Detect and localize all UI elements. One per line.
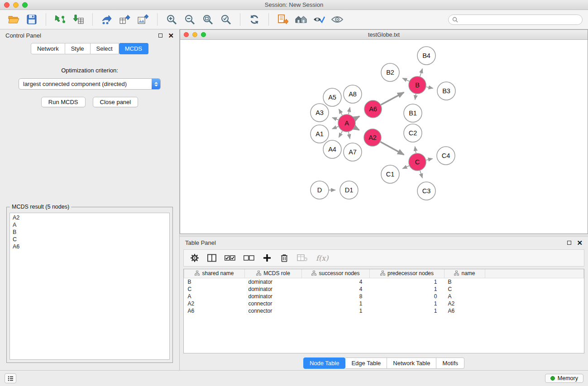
mcds-result-item[interactable]: B xyxy=(13,229,167,236)
float-panel-icon[interactable] xyxy=(158,33,163,38)
mcds-result-list[interactable]: A2ABCA6 xyxy=(10,213,170,360)
network-node-C[interactable]: C xyxy=(409,153,426,171)
table-row[interactable]: Bdominator41B xyxy=(184,278,584,286)
float-table-panel-icon[interactable] xyxy=(567,241,571,245)
save-session-button[interactable] xyxy=(24,12,40,27)
tab-network-table[interactable]: Network Table xyxy=(387,357,436,369)
apply-layout-button[interactable] xyxy=(246,12,263,27)
zoom-in-button[interactable] xyxy=(163,12,180,27)
network-edge-C-C4[interactable] xyxy=(426,159,433,160)
network-edge-C-C1[interactable] xyxy=(402,166,409,168)
network-node-B3[interactable]: B3 xyxy=(437,82,455,100)
network-node-A7[interactable]: A7 xyxy=(344,143,362,161)
network-edge-C-C2[interactable] xyxy=(415,147,416,153)
table-settings-button[interactable] xyxy=(190,252,199,264)
tab-select[interactable]: Select xyxy=(91,43,119,54)
table-row[interactable]: A6connector11A6 xyxy=(184,307,584,315)
home-button[interactable] xyxy=(293,12,309,27)
add-column-button[interactable] xyxy=(263,252,272,264)
network-node-A5[interactable]: A5 xyxy=(323,88,341,106)
table-row[interactable]: A2connector11A2 xyxy=(184,300,584,307)
network-edge-B-B2[interactable] xyxy=(402,78,409,81)
network-edge-A-A8[interactable] xyxy=(349,107,350,114)
network-canvas[interactable]: B4B2BB3A5A8A6B1A3AC2A1A2A4A7C4CC1C3DD1 xyxy=(180,40,588,234)
close-panel-icon[interactable]: ✕ xyxy=(168,32,174,39)
tab-mcds[interactable]: MCDS xyxy=(119,43,148,54)
network-edge-B-B4[interactable] xyxy=(420,69,422,76)
node-table[interactable]: shared nameMCDS rolesuccessor nodesprede… xyxy=(183,269,584,353)
network-node-A4[interactable]: A4 xyxy=(323,140,341,158)
network-edge-A-A3[interactable] xyxy=(332,118,338,120)
mcds-result-item[interactable]: A xyxy=(13,221,167,229)
network-edge-A-A2[interactable] xyxy=(354,128,359,130)
network-edge-A-A1[interactable] xyxy=(332,126,339,129)
open-session-button[interactable] xyxy=(5,12,22,27)
network-edge-A-A7[interactable] xyxy=(349,132,350,139)
tab-node-table[interactable]: Node Table xyxy=(303,357,346,369)
show-columns-button[interactable] xyxy=(207,252,216,264)
export-image-button[interactable] xyxy=(135,12,151,27)
network-close-button[interactable] xyxy=(184,32,189,37)
search-input[interactable] xyxy=(460,16,578,23)
network-edge-A-A5[interactable] xyxy=(339,109,343,115)
tab-style[interactable]: Style xyxy=(65,43,91,54)
search-box[interactable] xyxy=(448,14,583,25)
network-node-C2[interactable]: C2 xyxy=(404,124,422,142)
column-header-predecessor-nodes[interactable]: predecessor nodes xyxy=(370,269,445,278)
network-node-D[interactable]: D xyxy=(311,181,329,199)
network-node-A6[interactable]: A6 xyxy=(364,100,382,118)
zoom-window-button[interactable] xyxy=(22,2,28,8)
column-header-name[interactable]: name xyxy=(445,269,485,278)
network-node-B4[interactable]: B4 xyxy=(417,47,435,65)
network-edge-A2-C[interactable] xyxy=(381,142,404,155)
network-node-B[interactable]: B xyxy=(409,76,426,94)
select-all-button[interactable] xyxy=(225,252,235,264)
table-row[interactable]: Adominator80A xyxy=(184,293,584,300)
network-node-A8[interactable]: A8 xyxy=(344,85,362,103)
export-table-button[interactable] xyxy=(117,12,133,27)
column-header-successor-nodes[interactable]: successor nodes xyxy=(302,269,370,278)
delete-column-button[interactable] xyxy=(280,252,289,264)
memory-button[interactable]: Memory xyxy=(545,374,583,383)
network-node-A1[interactable]: A1 xyxy=(311,125,329,143)
network-window-titlebar[interactable]: testGlobe.txt xyxy=(180,30,588,40)
zoom-selected-button[interactable] xyxy=(218,12,234,27)
network-edge-A-A6[interactable] xyxy=(355,116,359,119)
network-edge-A-A4[interactable] xyxy=(339,131,342,138)
mcds-result-item[interactable]: C xyxy=(13,236,167,243)
run-mcds-button[interactable]: Run MCDS xyxy=(41,97,86,107)
close-table-panel-icon[interactable]: ✕ xyxy=(577,239,583,246)
close-panel-button[interactable]: Close panel xyxy=(93,97,139,107)
network-node-A2[interactable]: A2 xyxy=(364,129,381,146)
network-zoom-button[interactable] xyxy=(201,32,206,37)
network-node-C4[interactable]: C4 xyxy=(437,147,455,165)
network-minimize-button[interactable] xyxy=(192,32,197,37)
optimization-criterion-select[interactable]: largest connected component (directed) xyxy=(19,78,161,90)
zoom-out-button[interactable] xyxy=(182,12,198,27)
show-hide-view-button[interactable] xyxy=(329,12,345,27)
network-node-B1[interactable]: B1 xyxy=(404,104,422,122)
tab-motifs[interactable]: Motifs xyxy=(436,357,464,369)
network-node-D1[interactable]: D1 xyxy=(340,181,358,199)
column-header-mcds-role[interactable]: MCDS role xyxy=(245,269,302,278)
export-network-button[interactable] xyxy=(99,12,115,27)
network-node-A[interactable]: A xyxy=(338,114,355,132)
mcds-result-item[interactable]: A2 xyxy=(13,214,167,221)
minimize-window-button[interactable] xyxy=(13,2,19,8)
zoom-fit-button[interactable] xyxy=(200,12,216,27)
network-node-B2[interactable]: B2 xyxy=(381,63,399,81)
network-node-C3[interactable]: C3 xyxy=(417,182,435,200)
import-table-button[interactable] xyxy=(70,12,86,27)
mcds-result-item[interactable]: A6 xyxy=(13,243,167,250)
graphics-details-button[interactable] xyxy=(311,12,327,27)
network-edge-B-B3[interactable] xyxy=(426,87,433,88)
table-row[interactable]: Cdominator41C xyxy=(184,286,584,293)
network-edge-C-C3[interactable] xyxy=(420,171,422,178)
first-neighbors-button[interactable] xyxy=(275,12,291,27)
network-edge-A6-B[interactable] xyxy=(381,92,404,105)
column-header-shared-name[interactable]: shared name xyxy=(184,269,245,278)
network-node-C1[interactable]: C1 xyxy=(381,165,399,183)
tab-edge-table[interactable]: Edge Table xyxy=(345,357,387,369)
network-node-A3[interactable]: A3 xyxy=(311,104,329,122)
network-edge-B-B1[interactable] xyxy=(415,94,416,100)
